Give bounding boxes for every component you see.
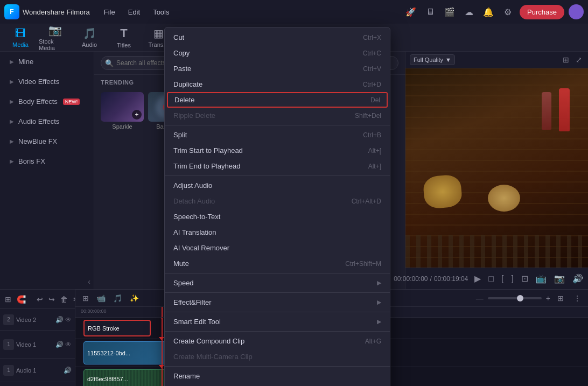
ctx-ai-vocal[interactable]: AI Vocal Remover	[165, 240, 390, 256]
play-button[interactable]: ▶	[472, 271, 483, 286]
grid-icon[interactable]: ⚙	[500, 4, 515, 19]
video-track-icon[interactable]: 📹	[94, 292, 108, 304]
ctx-ef-label: Effect&Filter	[173, 298, 212, 306]
ctx-compound[interactable]: Create Compound Clip Alt+G	[165, 333, 390, 349]
zoom-minus-icon[interactable]: —	[476, 294, 484, 303]
ctx-cut[interactable]: Cut Ctrl+X	[165, 30, 390, 45]
sidebar-item-audio-effects[interactable]: ▶ Audio Effects	[2, 112, 92, 131]
sidebar-item-video-effects[interactable]: ▶ Video Effects	[2, 72, 92, 91]
trans-icon: ▦	[153, 27, 164, 40]
ctx-speech-to-text[interactable]: Speech-to-Text	[165, 209, 390, 224]
grid-view-icon[interactable]: ⊞	[561, 54, 571, 66]
bell-icon[interactable]: 🔔	[481, 4, 496, 19]
bracket-right-icon[interactable]: ]	[509, 272, 515, 286]
effect-card-sparkle[interactable]: + Sparkle	[101, 92, 144, 130]
ctx-trim-start[interactable]: Trim Start to Playhead Alt+[	[165, 143, 390, 158]
zoom-slider[interactable]	[488, 297, 542, 299]
clip-rgb-stroke[interactable]: RGB Stroke	[83, 320, 151, 336]
ctx-copy[interactable]: Copy Ctrl+C	[165, 45, 390, 61]
track-v2-eye[interactable]: 👁	[65, 316, 72, 324]
tl-layout-icon[interactable]: ⊞	[3, 293, 13, 305]
ctx-speed[interactable]: Speed ▶	[165, 275, 390, 291]
ctx-sep2	[165, 176, 390, 176]
ctx-split[interactable]: Split Ctrl+B	[165, 127, 390, 143]
ctx-aiv-label: AI Vocal Remover	[173, 244, 229, 252]
add-track-icon[interactable]: ⊞	[80, 292, 92, 304]
ctx-duplicate[interactable]: Duplicate Ctrl+D	[165, 76, 390, 92]
ctx-effect-filter[interactable]: Effect&Filter ▶	[165, 294, 390, 310]
ctx-trim-end[interactable]: Trim End to Playhead Alt+]	[165, 158, 390, 174]
sidebar-collapse-btn[interactable]: ‹	[0, 274, 94, 289]
playhead-a1	[162, 367, 163, 386]
tab-titles[interactable]: T Titles	[108, 25, 140, 50]
ctx-paste-shortcut: Ctrl+V	[363, 65, 381, 73]
track-v1-speaker[interactable]: 🔊	[55, 341, 64, 348]
fx-track-icon[interactable]: ✨	[127, 292, 142, 304]
ctx-adjust-audio[interactable]: Adjust Audio	[165, 178, 390, 193]
ctx-ai-translation[interactable]: AI Translation	[165, 224, 390, 240]
menu-file[interactable]: File	[99, 5, 121, 19]
sidebar-be-label: Body Effects	[18, 97, 58, 106]
screen-icon[interactable]: 📺	[534, 271, 549, 286]
volume-icon[interactable]: 🔊	[570, 271, 585, 286]
tab-stock-media[interactable]: 📷 Stock Media	[39, 25, 71, 50]
track-a1-speaker[interactable]: 🔊	[64, 367, 72, 374]
ctx-da-shortcut: Ctrl+Alt+D	[352, 198, 381, 205]
tl-magnet-icon[interactable]: 🧲	[15, 293, 27, 305]
purchase-button[interactable]: Purchase	[520, 5, 564, 19]
tl-undo-icon[interactable]: ↩	[35, 293, 45, 305]
tl-redo-icon[interactable]: ↪	[47, 293, 57, 305]
clip-icon[interactable]: ⊡	[519, 271, 530, 286]
bracket-left-icon[interactable]: [	[499, 272, 506, 286]
tab-audio[interactable]: 🎵 Audio	[73, 25, 106, 50]
ctx-delete[interactable]: Delete Del	[167, 92, 388, 108]
settings-tl-icon[interactable]: ⋮	[571, 292, 584, 304]
ctx-smart-edit[interactable]: Smart Edit Tool ▶	[165, 314, 390, 329]
film-icon[interactable]: 🎬	[442, 4, 457, 19]
sparkle-add-btn[interactable]: +	[132, 110, 142, 120]
quality-select[interactable]: Full Quality ▼	[410, 54, 455, 65]
camera-icon[interactable]: 📷	[552, 271, 567, 286]
ctx-aa-label: Adjust Audio	[173, 181, 212, 190]
audio-icon: 🎵	[83, 27, 96, 40]
rocket-icon[interactable]: 🚀	[403, 4, 418, 19]
ctx-mute[interactable]: Mute Ctrl+Shift+M	[165, 256, 390, 271]
total-time: 00:00:19:04	[434, 275, 468, 283]
ctx-sep5	[165, 312, 390, 312]
monitor-icon[interactable]: 🖥	[423, 4, 438, 19]
track-v1-eye[interactable]: 👁	[65, 341, 72, 348]
track-v2-speaker[interactable]: 🔊	[55, 316, 64, 324]
clip-video1-label: 11553212-0bd...	[87, 350, 130, 356]
preview-area: Full Quality ▼ ⊞ ⤢	[405, 52, 588, 289]
playhead-v2	[162, 318, 163, 339]
ctx-disable[interactable]: Disable Clip E	[165, 384, 390, 386]
stock-icon: 📷	[48, 24, 62, 37]
ctx-speed-arrow: ▶	[377, 279, 381, 286]
ctx-te-label: Trim End to Playhead	[173, 162, 241, 170]
menu-edit[interactable]: Edit	[123, 5, 145, 19]
ctx-cut-label: Cut	[173, 33, 184, 41]
grid-tl-icon[interactable]: ⊞	[555, 292, 566, 304]
tab-media[interactable]: 🎞 Media	[4, 25, 37, 50]
square-button[interactable]: □	[486, 272, 496, 286]
cloud-icon[interactable]: ☁	[461, 4, 477, 19]
ctx-rename[interactable]: Rename	[165, 368, 390, 384]
sidebar-item-body-effects[interactable]: ▶ Body Effects NEW!	[2, 92, 92, 111]
tl-delete-icon[interactable]: 🗑	[59, 293, 69, 305]
menu-tools[interactable]: Tools	[148, 5, 174, 19]
fullscreen-icon[interactable]: ⤢	[574, 54, 584, 66]
be-arrow: ▶	[10, 99, 14, 104]
sidebar-item-boris-fx[interactable]: ▶ Boris FX	[2, 152, 92, 171]
audio-track-icon[interactable]: 🎵	[110, 292, 125, 304]
tab-media-label: Media	[12, 41, 29, 48]
ctx-paste-label: Paste	[173, 65, 191, 73]
ctx-cut-shortcut: Ctrl+X	[363, 34, 381, 41]
sidebar-item-newblue-fx[interactable]: ▶ NewBlue FX	[2, 132, 92, 151]
ctx-paste[interactable]: Paste Ctrl+V	[165, 61, 390, 76]
ctx-sep3	[165, 273, 390, 273]
zoom-plus-icon[interactable]: +	[546, 294, 550, 303]
ctx-sep1	[165, 125, 390, 125]
avatar[interactable]	[569, 4, 584, 19]
sidebar-item-mine[interactable]: ▶ Mine	[2, 52, 92, 71]
zoom-thumb[interactable]	[517, 295, 523, 301]
